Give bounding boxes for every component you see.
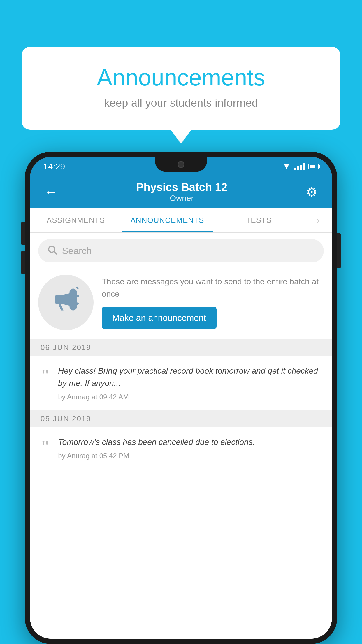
message-content-1: Hey class! Bring your practical record b… — [58, 365, 321, 401]
quote-icon-1: " — [41, 365, 50, 401]
phone-camera — [178, 161, 184, 168]
status-icons: ▼ — [282, 162, 319, 171]
bubble-subtitle: keep all your students informed — [45, 97, 317, 109]
date-label-1: 06 JUN 2019 — [41, 343, 91, 352]
app-header: ← Physics Batch 12 Owner ⚙ — [30, 176, 332, 208]
bubble-title: Announcements — [45, 64, 317, 91]
volume-down-button[interactable] — [21, 251, 25, 274]
quote-icon-2: " — [41, 436, 50, 460]
tab-assignments[interactable]: ASSIGNMENTS — [30, 208, 122, 232]
search-icon — [47, 244, 57, 258]
tab-tests[interactable]: TESTS — [213, 208, 305, 232]
message-item-2[interactable]: " Tomorrow's class has been cancelled du… — [30, 427, 332, 469]
announcement-right: These are messages you want to send to t… — [102, 276, 324, 329]
make-announcement-button[interactable]: Make an announcement — [102, 307, 217, 329]
tab-more[interactable]: › — [305, 208, 332, 232]
message-item-1[interactable]: " Hey class! Bring your practical record… — [30, 356, 332, 410]
batch-role: Owner — [136, 194, 227, 203]
megaphone-icon — [51, 285, 80, 320]
message-text-2: Tomorrow's class has been cancelled due … — [58, 436, 321, 448]
date-divider-2: 05 JUN 2019 — [30, 410, 332, 427]
announcement-icon-circle — [38, 275, 94, 330]
power-button[interactable] — [337, 233, 341, 268]
signal-icon — [294, 163, 305, 170]
batch-title: Physics Batch 12 — [136, 181, 227, 194]
search-placeholder: Search — [62, 246, 92, 256]
tabs-bar: ASSIGNMENTS ANNOUNCEMENTS TESTS › — [30, 208, 332, 233]
message-by-2: by Anurag at 05:42 PM — [58, 452, 321, 460]
message-text-1: Hey class! Bring your practical record b… — [58, 365, 321, 389]
speech-bubble-section: Announcements keep all your students inf… — [22, 47, 340, 130]
phone-screen: 14:29 ▼ ← Phys — [30, 157, 332, 639]
search-bar[interactable]: Search — [38, 239, 324, 262]
battery-icon — [308, 164, 319, 169]
svg-line-1 — [54, 251, 57, 254]
message-by-1: by Anurag at 09:42 AM — [58, 393, 321, 401]
wifi-icon: ▼ — [282, 162, 291, 171]
phone-wrapper: 14:29 ▼ ← Phys — [25, 152, 337, 644]
back-button[interactable]: ← — [42, 182, 60, 202]
speech-bubble: Announcements keep all your students inf… — [22, 47, 340, 130]
screen-content: Search — [30, 233, 332, 639]
svg-line-2 — [77, 287, 78, 288]
svg-line-4 — [77, 303, 78, 304]
announcement-cta: These are messages you want to send to t… — [30, 269, 332, 339]
tab-announcements[interactable]: ANNOUNCEMENTS — [122, 208, 213, 232]
phone-notch — [155, 157, 207, 172]
header-title-area: Physics Batch 12 Owner — [136, 181, 227, 203]
date-label-2: 05 JUN 2019 — [41, 414, 91, 423]
settings-icon[interactable]: ⚙ — [303, 182, 320, 202]
phone-frame: 14:29 ▼ ← Phys — [25, 152, 337, 644]
announcement-description: These are messages you want to send to t… — [102, 276, 324, 300]
date-divider-1: 06 JUN 2019 — [30, 339, 332, 356]
status-time: 14:29 — [43, 162, 65, 172]
volume-up-button[interactable] — [21, 222, 25, 245]
message-content-2: Tomorrow's class has been cancelled due … — [58, 436, 321, 460]
